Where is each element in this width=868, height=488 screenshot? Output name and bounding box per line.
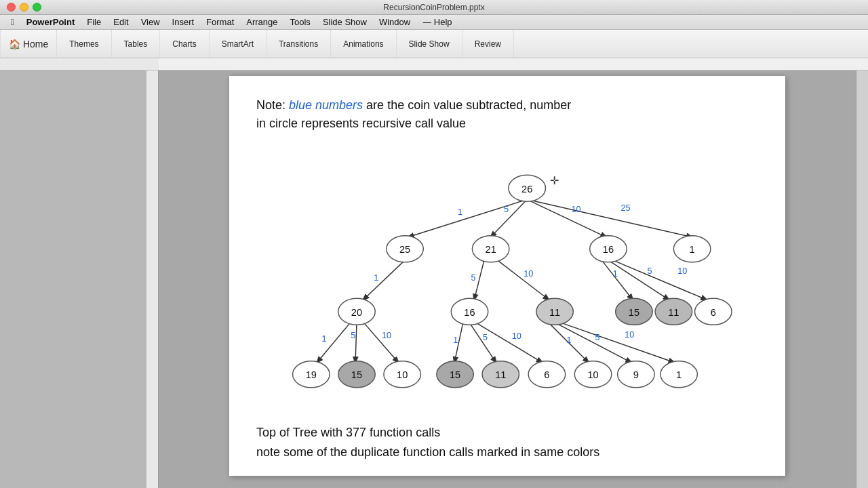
- toolbar-animations[interactable]: Animations: [331, 30, 396, 58]
- menu-edit[interactable]: Edit: [108, 16, 134, 28]
- svg-text:1: 1: [374, 273, 378, 283]
- bottom-text-line1: Top of Tree with 377 function calls: [256, 423, 758, 443]
- menu-arrange[interactable]: Arrange: [241, 16, 283, 28]
- svg-text:10: 10: [677, 266, 687, 276]
- menu-format[interactable]: Format: [201, 16, 239, 28]
- svg-text:11: 11: [549, 307, 560, 318]
- note-text-1: Note:: [256, 98, 289, 112]
- menu-insert[interactable]: Insert: [167, 16, 200, 28]
- svg-text:26: 26: [521, 184, 532, 195]
- bottom-text-line2: note some of the duplicate function call…: [256, 443, 758, 462]
- svg-line-4: [363, 260, 405, 300]
- blue-numbers-text: blue numbers: [289, 98, 363, 112]
- svg-text:6: 6: [544, 369, 549, 380]
- main-layout: Note: blue numbers are the coin value su…: [0, 70, 868, 488]
- svg-text:25: 25: [399, 244, 410, 255]
- menu-slideshow[interactable]: Slide Show: [317, 16, 372, 28]
- svg-text:1: 1: [321, 334, 326, 344]
- svg-text:11: 11: [495, 369, 506, 380]
- svg-text:19: 19: [306, 369, 317, 380]
- svg-text:5: 5: [504, 205, 509, 214]
- menu-window[interactable]: Window: [374, 16, 416, 28]
- svg-text:21: 21: [486, 244, 496, 255]
- svg-text:25: 25: [620, 203, 630, 213]
- toolbar: 🏠 Home Themes Tables Charts SmartArt Tra…: [0, 30, 868, 58]
- svg-text:1: 1: [567, 336, 572, 345]
- svg-text:6: 6: [711, 307, 716, 318]
- scrollbar-track[interactable]: [856, 70, 868, 488]
- svg-text:✛: ✛: [550, 175, 559, 186]
- svg-line-12: [364, 323, 399, 362]
- note-paragraph: Note: blue numbers are the coin value su…: [256, 96, 758, 133]
- svg-text:20: 20: [351, 307, 362, 318]
- ruler: [0, 58, 868, 70]
- bottom-text: Top of Tree with 377 function calls note…: [256, 423, 758, 462]
- menu-bar:  PowerPoint File Edit View Insert Forma…: [0, 15, 868, 30]
- svg-line-3: [527, 199, 692, 237]
- svg-line-5: [474, 260, 484, 300]
- svg-text:10: 10: [382, 331, 391, 340]
- toolbar-charts[interactable]: Charts: [160, 30, 209, 58]
- svg-text:11: 11: [668, 307, 679, 318]
- slide: Note: blue numbers are the coin value su…: [229, 76, 785, 476]
- svg-text:9: 9: [633, 369, 639, 380]
- svg-text:5: 5: [483, 333, 488, 342]
- menu-help[interactable]: ⸻ Help: [417, 16, 457, 28]
- svg-text:1: 1: [458, 207, 462, 217]
- svg-line-15: [476, 323, 542, 362]
- svg-line-11: [355, 323, 357, 362]
- menu-file[interactable]: File: [81, 16, 106, 28]
- svg-text:5: 5: [647, 266, 652, 276]
- svg-text:15: 15: [450, 369, 460, 380]
- svg-text:1: 1: [453, 336, 458, 345]
- left-ruler: [146, 70, 158, 488]
- slide-area: Note: blue numbers are the coin value su…: [159, 70, 856, 488]
- right-panel: [856, 70, 868, 488]
- note-text-2: are the coin value subtracted, number: [363, 98, 571, 112]
- slide-panel: [0, 70, 159, 488]
- svg-line-18: [561, 323, 675, 362]
- svg-line-6: [497, 260, 549, 300]
- toolbar-themes[interactable]: Themes: [57, 30, 111, 58]
- svg-text:5: 5: [351, 331, 355, 340]
- svg-text:1: 1: [690, 244, 695, 255]
- toolbar-slideshow[interactable]: Slide Show: [397, 30, 462, 58]
- svg-line-14: [470, 323, 496, 362]
- window-title: RecursionCoinProblem.pptx: [383, 3, 484, 12]
- toolbar-review[interactable]: Review: [462, 30, 514, 58]
- svg-text:5: 5: [595, 333, 600, 342]
- svg-text:1: 1: [613, 269, 618, 279]
- svg-text:10: 10: [397, 369, 408, 380]
- menu-powerpoint[interactable]: PowerPoint: [21, 16, 81, 28]
- svg-text:10: 10: [587, 369, 598, 380]
- svg-text:10: 10: [625, 330, 634, 340]
- toolbar-transitions[interactable]: Transitions: [267, 30, 331, 58]
- menu-tools[interactable]: Tools: [285, 16, 316, 28]
- svg-text:10: 10: [512, 331, 521, 341]
- close-button[interactable]: [7, 3, 16, 12]
- svg-text:16: 16: [464, 307, 475, 318]
- svg-text:10: 10: [571, 205, 580, 214]
- maximize-button[interactable]: [33, 3, 41, 12]
- traffic-lights: [7, 3, 41, 12]
- toolbar-home[interactable]: 🏠 Home: [0, 30, 57, 58]
- svg-text:10: 10: [524, 269, 533, 279]
- note-text-3: in circle represents recursive call valu…: [256, 117, 466, 130]
- svg-text:1: 1: [676, 369, 682, 380]
- app-brand: : [5, 16, 20, 28]
- title-bar: RecursionCoinProblem.pptx: [0, 0, 868, 15]
- svg-line-2: [527, 199, 606, 237]
- tree-svg: 1 5 10 25 1 5 10 1 5: [256, 146, 758, 418]
- minimize-button[interactable]: [20, 3, 28, 12]
- toolbar-tables[interactable]: Tables: [112, 30, 161, 58]
- toolbar-smartart[interactable]: SmartArt: [210, 30, 267, 58]
- svg-text:16: 16: [603, 244, 614, 255]
- tree-diagram: 1 5 10 25 1 5 10 1 5: [256, 146, 758, 418]
- svg-text:15: 15: [351, 369, 362, 380]
- svg-text:15: 15: [629, 307, 639, 318]
- svg-text:5: 5: [471, 273, 475, 283]
- menu-view[interactable]: View: [136, 16, 165, 28]
